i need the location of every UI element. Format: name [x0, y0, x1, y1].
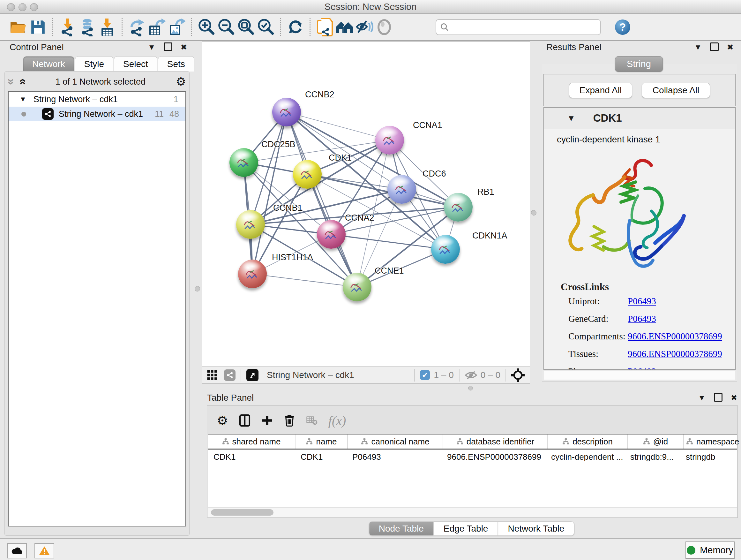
- panel-collapse-icon[interactable]: ▼: [148, 44, 155, 51]
- home-networks-icon[interactable]: [335, 17, 354, 37]
- show-columns-icon[interactable]: [239, 414, 251, 427]
- network-node-CDC25B[interactable]: [229, 148, 258, 177]
- node-label-HIST1H1A: HIST1H1A: [272, 253, 313, 262]
- collapse-all-button[interactable]: Collapse All: [642, 83, 710, 98]
- tab-string[interactable]: String: [615, 56, 663, 72]
- selected-checkbox-icon[interactable]: ✔: [420, 370, 430, 380]
- column-header-name[interactable]: name: [295, 435, 348, 449]
- search-input[interactable]: [452, 22, 596, 32]
- hide-show-graphics-icon[interactable]: [354, 17, 374, 37]
- crosslink-compartments-link[interactable]: 9606.ENSP00000378699: [628, 331, 722, 341]
- table-cell[interactable]: stringdb:9...: [624, 449, 680, 464]
- export-table-button[interactable]: [147, 17, 166, 37]
- crosslink-genecard-link[interactable]: P06493: [628, 314, 656, 324]
- network-edge[interactable]: [331, 234, 446, 249]
- grid-view-icon[interactable]: [207, 370, 218, 381]
- network-options-gear-icon[interactable]: ⚙: [176, 76, 186, 87]
- column-header--id[interactable]: @id: [628, 435, 684, 449]
- table-cell[interactable]: cyclin-dependent ...: [545, 449, 624, 464]
- tab-sets[interactable]: Sets: [158, 56, 194, 71]
- network-node-CDC6[interactable]: [387, 175, 416, 204]
- fit-content-crosshair-icon[interactable]: [511, 368, 525, 382]
- column-header-shared-name[interactable]: shared name: [208, 435, 295, 449]
- network-node-RB1[interactable]: [444, 193, 473, 222]
- tab-network[interactable]: Network: [23, 56, 74, 71]
- table-cell[interactable]: 9606.ENSP00000378699: [441, 449, 545, 464]
- crosslink-uniprot-link[interactable]: P06493: [628, 296, 656, 307]
- add-column-icon[interactable]: [261, 415, 273, 426]
- network-collection-row[interactable]: ▼ String Network – cdk1 1: [9, 92, 185, 107]
- panel-collapse-icon[interactable]: ▼: [698, 394, 705, 401]
- table-hscrollbar[interactable]: [208, 508, 737, 517]
- gene-section-header[interactable]: ▼ CDK1: [544, 108, 735, 129]
- results-scrollbar-track[interactable]: [544, 371, 735, 380]
- open-session-button[interactable]: [8, 17, 28, 37]
- network-share-icon[interactable]: [224, 369, 235, 381]
- delete-column-icon[interactable]: [284, 414, 295, 427]
- column-header-namespace[interactable]: namespace: [684, 435, 741, 449]
- import-table-button[interactable]: [97, 17, 117, 37]
- network-node-CDKN1A[interactable]: [431, 235, 460, 264]
- table-options-gear-icon[interactable]: ⚙: [217, 414, 228, 427]
- column-header-description[interactable]: description: [548, 435, 628, 449]
- crosslink-row: Tissues: 9606.ENSP00000378699: [568, 349, 735, 359]
- network-canvas[interactable]: CCNB2 CCNA1 CDC25B CDK1 CDC6 RB1 CCNB1 C…: [202, 42, 529, 366]
- crosslink-tissues-link[interactable]: 9606.ENSP00000378699: [628, 349, 722, 359]
- export-network-button[interactable]: [127, 17, 147, 37]
- tab-network-table[interactable]: Network Table: [498, 521, 574, 536]
- network-edge[interactable]: [253, 274, 357, 287]
- tab-node-table[interactable]: Node Table: [369, 521, 434, 536]
- help-button[interactable]: ?: [615, 19, 630, 35]
- network-node-CCNE1[interactable]: [343, 273, 372, 301]
- string-import-button[interactable]: [315, 17, 335, 37]
- automation-cloud-button[interactable]: [7, 543, 27, 558]
- panel-float-icon[interactable]: [710, 43, 719, 52]
- node-label-CDK1: CDK1: [329, 153, 352, 163]
- panel-collapse-icon[interactable]: ▼: [694, 44, 702, 51]
- network-node-CCNB1[interactable]: [236, 210, 265, 239]
- zoom-out-button[interactable]: [216, 17, 236, 37]
- left-splitter-handle[interactable]: [195, 286, 200, 292]
- tab-select[interactable]: Select: [114, 56, 157, 71]
- hidden-eye-icon[interactable]: [465, 370, 477, 380]
- birds-eye-view-icon[interactable]: [246, 369, 259, 381]
- panel-close-icon[interactable]: ✖: [181, 44, 187, 51]
- collapse-triangle-icon[interactable]: ▼: [19, 95, 26, 104]
- export-image-button[interactable]: [166, 17, 186, 37]
- network-row[interactable]: String Network – cdk1 11 48: [9, 107, 185, 121]
- network-node-CDK1[interactable]: [293, 160, 322, 189]
- network-node-CCNA2[interactable]: [317, 220, 346, 249]
- zoom-selected-button[interactable]: [256, 17, 275, 37]
- tab-edge-table[interactable]: Edge Table: [434, 521, 498, 536]
- zoom-in-button[interactable]: [196, 17, 216, 37]
- panel-close-icon[interactable]: ✖: [731, 394, 737, 401]
- network-node-HIST1H1A[interactable]: [238, 260, 267, 288]
- panel-float-icon[interactable]: [164, 43, 172, 52]
- column-header-database-identifier[interactable]: database identifier: [443, 435, 548, 449]
- import-network-file-button[interactable]: [58, 17, 77, 37]
- table-cell[interactable]: P06493: [347, 449, 441, 464]
- network-node-CCNB2[interactable]: [272, 98, 301, 126]
- table-cell[interactable]: CDK1: [295, 449, 347, 464]
- right-splitter-handle[interactable]: [531, 210, 536, 215]
- bottom-splitter-handle[interactable]: [468, 386, 473, 390]
- import-network-database-button[interactable]: [77, 17, 97, 37]
- refresh-view-button[interactable]: [285, 17, 305, 37]
- memory-button[interactable]: Memory: [685, 542, 735, 559]
- zoom-fit-button[interactable]: [236, 17, 256, 37]
- expand-all-button[interactable]: Expand All: [569, 83, 632, 98]
- panel-float-icon[interactable]: [714, 393, 723, 403]
- panel-close-icon[interactable]: ✖: [727, 44, 733, 51]
- collapse-triangle-icon[interactable]: ▼: [567, 113, 576, 123]
- table-row[interactable]: CDK1CDK1P064939606.ENSP00000378699cyclin…: [208, 449, 737, 464]
- save-session-button[interactable]: [28, 17, 48, 37]
- column-header-canonical-name[interactable]: canonical name: [348, 435, 443, 449]
- network-edge[interactable]: [307, 174, 458, 207]
- table-cell[interactable]: stringdb: [680, 449, 738, 464]
- crosslink-pharos-link[interactable]: P06493: [628, 366, 656, 370]
- network-node-CCNA1[interactable]: [375, 126, 404, 154]
- tab-style[interactable]: Style: [75, 56, 113, 71]
- network-edge[interactable]: [253, 112, 286, 274]
- table-cell[interactable]: CDK1: [208, 449, 295, 464]
- warnings-button[interactable]: [35, 543, 54, 558]
